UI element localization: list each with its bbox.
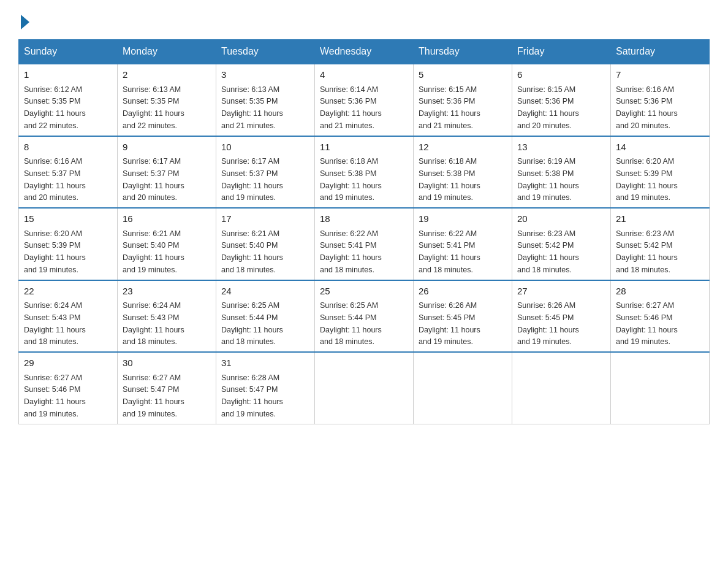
day-info: Sunrise: 6:24 AMSunset: 5:43 PMDaylight:… bbox=[24, 301, 86, 346]
day-number: 7 bbox=[616, 68, 704, 82]
day-number: 30 bbox=[123, 356, 211, 370]
day-number: 21 bbox=[616, 212, 704, 226]
calendar-cell: 30 Sunrise: 6:27 AMSunset: 5:47 PMDaylig… bbox=[118, 352, 216, 424]
calendar-cell: 18 Sunrise: 6:22 AMSunset: 5:41 PMDaylig… bbox=[315, 208, 414, 280]
day-number: 13 bbox=[517, 140, 605, 155]
calendar-cell: 19 Sunrise: 6:22 AMSunset: 5:41 PMDaylig… bbox=[414, 208, 512, 280]
calendar-cell bbox=[512, 352, 611, 424]
day-number: 1 bbox=[24, 68, 112, 82]
day-info: Sunrise: 6:20 AMSunset: 5:39 PMDaylight:… bbox=[616, 157, 678, 202]
day-info: Sunrise: 6:16 AMSunset: 5:37 PMDaylight:… bbox=[24, 157, 86, 202]
calendar-cell bbox=[611, 352, 710, 424]
day-info: Sunrise: 6:25 AMSunset: 5:44 PMDaylight:… bbox=[221, 301, 283, 346]
day-number: 31 bbox=[221, 356, 309, 370]
calendar-cell: 15 Sunrise: 6:20 AMSunset: 5:39 PMDaylig… bbox=[19, 208, 118, 280]
day-number: 28 bbox=[616, 285, 704, 299]
day-number: 11 bbox=[320, 140, 408, 155]
logo bbox=[18, 12, 29, 27]
column-header-thursday: Thursday bbox=[414, 40, 512, 64]
day-info: Sunrise: 6:24 AMSunset: 5:43 PMDaylight:… bbox=[123, 301, 184, 346]
day-info: Sunrise: 6:15 AMSunset: 5:36 PMDaylight:… bbox=[419, 85, 480, 130]
calendar-cell: 17 Sunrise: 6:21 AMSunset: 5:40 PMDaylig… bbox=[216, 208, 315, 280]
day-info: Sunrise: 6:26 AMSunset: 5:45 PMDaylight:… bbox=[419, 301, 480, 346]
calendar-cell: 21 Sunrise: 6:23 AMSunset: 5:42 PMDaylig… bbox=[611, 208, 710, 280]
calendar-cell: 4 Sunrise: 6:14 AMSunset: 5:36 PMDayligh… bbox=[315, 64, 414, 136]
day-info: Sunrise: 6:19 AMSunset: 5:38 PMDaylight:… bbox=[517, 157, 579, 202]
day-number: 25 bbox=[320, 285, 408, 299]
calendar-week-row: 29 Sunrise: 6:27 AMSunset: 5:46 PMDaylig… bbox=[19, 352, 710, 424]
day-info: Sunrise: 6:23 AMSunset: 5:42 PMDaylight:… bbox=[517, 229, 579, 274]
calendar-cell: 5 Sunrise: 6:15 AMSunset: 5:36 PMDayligh… bbox=[414, 64, 512, 136]
day-info: Sunrise: 6:14 AMSunset: 5:36 PMDaylight:… bbox=[320, 85, 382, 130]
day-number: 15 bbox=[24, 212, 112, 226]
calendar-cell: 20 Sunrise: 6:23 AMSunset: 5:42 PMDaylig… bbox=[512, 208, 611, 280]
calendar-cell: 1 Sunrise: 6:12 AMSunset: 5:35 PMDayligh… bbox=[19, 64, 118, 136]
day-info: Sunrise: 6:22 AMSunset: 5:41 PMDaylight:… bbox=[320, 229, 382, 274]
day-info: Sunrise: 6:20 AMSunset: 5:39 PMDaylight:… bbox=[24, 229, 86, 274]
day-number: 4 bbox=[320, 68, 408, 82]
day-number: 3 bbox=[221, 68, 309, 82]
column-header-monday: Monday bbox=[118, 40, 216, 64]
calendar-cell: 16 Sunrise: 6:21 AMSunset: 5:40 PMDaylig… bbox=[118, 208, 216, 280]
column-header-friday: Friday bbox=[512, 40, 611, 64]
calendar-cell: 26 Sunrise: 6:26 AMSunset: 5:45 PMDaylig… bbox=[414, 280, 512, 353]
day-number: 6 bbox=[517, 68, 605, 82]
day-info: Sunrise: 6:21 AMSunset: 5:40 PMDaylight:… bbox=[123, 229, 184, 274]
calendar-cell bbox=[414, 352, 512, 424]
calendar-cell: 28 Sunrise: 6:27 AMSunset: 5:46 PMDaylig… bbox=[611, 280, 710, 353]
day-info: Sunrise: 6:17 AMSunset: 5:37 PMDaylight:… bbox=[221, 157, 283, 202]
day-number: 16 bbox=[123, 212, 211, 226]
day-info: Sunrise: 6:13 AMSunset: 5:35 PMDaylight:… bbox=[123, 85, 184, 130]
day-number: 14 bbox=[616, 140, 704, 155]
day-number: 29 bbox=[24, 356, 112, 370]
day-number: 20 bbox=[517, 212, 605, 226]
day-info: Sunrise: 6:18 AMSunset: 5:38 PMDaylight:… bbox=[419, 157, 480, 202]
calendar-cell: 12 Sunrise: 6:18 AMSunset: 5:38 PMDaylig… bbox=[414, 136, 512, 209]
calendar-cell: 10 Sunrise: 6:17 AMSunset: 5:37 PMDaylig… bbox=[216, 136, 315, 209]
calendar-cell: 14 Sunrise: 6:20 AMSunset: 5:39 PMDaylig… bbox=[611, 136, 710, 209]
calendar-cell: 11 Sunrise: 6:18 AMSunset: 5:38 PMDaylig… bbox=[315, 136, 414, 209]
calendar-cell: 7 Sunrise: 6:16 AMSunset: 5:36 PMDayligh… bbox=[611, 64, 710, 136]
day-number: 12 bbox=[419, 140, 507, 155]
day-info: Sunrise: 6:27 AMSunset: 5:47 PMDaylight:… bbox=[123, 373, 184, 418]
calendar-cell: 6 Sunrise: 6:15 AMSunset: 5:36 PMDayligh… bbox=[512, 64, 611, 136]
day-number: 23 bbox=[123, 285, 211, 299]
day-number: 18 bbox=[320, 212, 408, 226]
calendar-cell bbox=[315, 352, 414, 424]
day-info: Sunrise: 6:26 AMSunset: 5:45 PMDaylight:… bbox=[517, 301, 579, 346]
day-info: Sunrise: 6:27 AMSunset: 5:46 PMDaylight:… bbox=[616, 301, 678, 346]
calendar-header-row: SundayMondayTuesdayWednesdayThursdayFrid… bbox=[19, 40, 710, 64]
day-number: 27 bbox=[517, 285, 605, 299]
column-header-sunday: Sunday bbox=[19, 40, 118, 64]
day-info: Sunrise: 6:18 AMSunset: 5:38 PMDaylight:… bbox=[320, 157, 382, 202]
day-number: 24 bbox=[221, 285, 309, 299]
calendar-cell: 25 Sunrise: 6:25 AMSunset: 5:44 PMDaylig… bbox=[315, 280, 414, 353]
logo-arrow-icon bbox=[21, 15, 29, 29]
column-header-wednesday: Wednesday bbox=[315, 40, 414, 64]
page-header bbox=[18, 12, 710, 27]
calendar-cell: 29 Sunrise: 6:27 AMSunset: 5:46 PMDaylig… bbox=[19, 352, 118, 424]
day-number: 2 bbox=[123, 68, 211, 82]
calendar-week-row: 8 Sunrise: 6:16 AMSunset: 5:37 PMDayligh… bbox=[19, 136, 710, 209]
day-info: Sunrise: 6:28 AMSunset: 5:47 PMDaylight:… bbox=[221, 373, 283, 418]
day-info: Sunrise: 6:15 AMSunset: 5:36 PMDaylight:… bbox=[517, 85, 579, 130]
calendar-week-row: 15 Sunrise: 6:20 AMSunset: 5:39 PMDaylig… bbox=[19, 208, 710, 280]
day-number: 17 bbox=[221, 212, 309, 226]
calendar-week-row: 1 Sunrise: 6:12 AMSunset: 5:35 PMDayligh… bbox=[19, 64, 710, 136]
day-info: Sunrise: 6:21 AMSunset: 5:40 PMDaylight:… bbox=[221, 229, 283, 274]
calendar-cell: 13 Sunrise: 6:19 AMSunset: 5:38 PMDaylig… bbox=[512, 136, 611, 209]
calendar-cell: 8 Sunrise: 6:16 AMSunset: 5:37 PMDayligh… bbox=[19, 136, 118, 209]
column-header-saturday: Saturday bbox=[611, 40, 710, 64]
calendar-cell: 3 Sunrise: 6:13 AMSunset: 5:35 PMDayligh… bbox=[216, 64, 315, 136]
day-info: Sunrise: 6:25 AMSunset: 5:44 PMDaylight:… bbox=[320, 301, 382, 346]
day-number: 26 bbox=[419, 285, 507, 299]
day-info: Sunrise: 6:13 AMSunset: 5:35 PMDaylight:… bbox=[221, 85, 283, 130]
day-number: 9 bbox=[123, 140, 211, 155]
day-number: 10 bbox=[221, 140, 309, 155]
day-info: Sunrise: 6:16 AMSunset: 5:36 PMDaylight:… bbox=[616, 85, 678, 130]
day-info: Sunrise: 6:12 AMSunset: 5:35 PMDaylight:… bbox=[24, 85, 86, 130]
day-number: 8 bbox=[24, 140, 112, 155]
calendar-cell: 9 Sunrise: 6:17 AMSunset: 5:37 PMDayligh… bbox=[118, 136, 216, 209]
day-info: Sunrise: 6:22 AMSunset: 5:41 PMDaylight:… bbox=[419, 229, 480, 274]
calendar-cell: 2 Sunrise: 6:13 AMSunset: 5:35 PMDayligh… bbox=[118, 64, 216, 136]
